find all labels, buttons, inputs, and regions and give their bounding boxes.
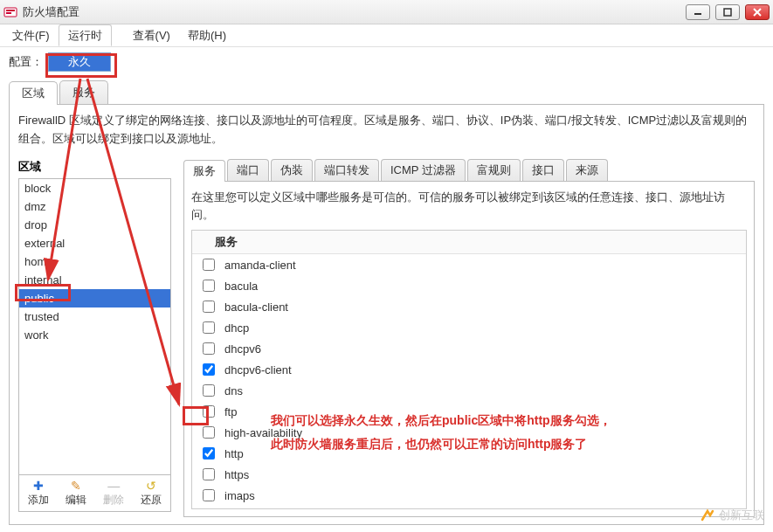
- service-row-dhcpv6-client[interactable]: dhcpv6-client: [192, 359, 746, 380]
- zone-item-drop[interactable]: drop: [19, 216, 170, 234]
- menubar: 文件(F) 运行时 查看(V) 帮助(H): [0, 24, 773, 47]
- svg-rect-1: [6, 10, 15, 11]
- service-description: 在这里您可以定义区域中哪些服务是可信的。可信的服务可以被绑定到该区域的任意连接、…: [191, 189, 747, 225]
- service-row-bacula-client[interactable]: bacula-client: [192, 296, 746, 317]
- zone-item-external[interactable]: external: [19, 234, 170, 252]
- annotation-text: 我们可以选择永久生效，然后在public区域中将http服务勾选， 此时防火墙服…: [271, 409, 611, 455]
- service-checkbox-dhcpv6-client[interactable]: [203, 363, 215, 376]
- service-row-bacula[interactable]: bacula: [192, 275, 746, 296]
- zone-toolbar: ✚添加 ✎编辑 —删除 ↺还原: [18, 475, 171, 512]
- svg-rect-2: [6, 12, 11, 14]
- subtab-7[interactable]: 来源: [566, 159, 608, 181]
- subtab-0[interactable]: 服务: [183, 160, 225, 182]
- service-label: dhcpv6: [224, 342, 261, 356]
- service-subpanel: 在这里您可以定义区域中哪些服务是可信的。可信的服务可以被绑定到该区域的任意连接、…: [183, 181, 755, 518]
- service-label: amanda-client: [224, 259, 296, 272]
- service-list[interactable]: 服务 amanda-clientbaculabacula-clientdhcpd…: [191, 230, 747, 509]
- minus-icon: —: [95, 479, 133, 493]
- top-tabstrip: 区域 服务: [9, 80, 764, 104]
- service-row-https[interactable]: https: [192, 464, 746, 485]
- subtab-3[interactable]: 端口转发: [314, 159, 379, 181]
- service-row-dhcpv6[interactable]: dhcpv6: [192, 338, 746, 359]
- service-checkbox-http[interactable]: [203, 447, 215, 459]
- zone-item-trusted[interactable]: trusted: [19, 307, 170, 326]
- service-checkbox-dns[interactable]: [203, 384, 215, 397]
- svg-rect-4: [724, 9, 731, 16]
- service-checkbox-dhcpv6[interactable]: [203, 342, 215, 355]
- zone-item-home[interactable]: home: [19, 252, 170, 271]
- tab-service[interactable]: 服务: [59, 80, 108, 104]
- service-checkbox-imaps[interactable]: [203, 489, 215, 501]
- service-label: dhcp: [224, 321, 249, 335]
- service-row-dhcp[interactable]: dhcp: [192, 317, 746, 338]
- minimize-button[interactable]: [686, 4, 710, 20]
- config-row: 配置： 永久: [0, 47, 773, 77]
- plus-icon: ✚: [19, 479, 57, 493]
- service-checkbox-bacula-client[interactable]: [203, 301, 215, 313]
- window-title: 防火墙配置: [23, 4, 686, 20]
- subtab-5[interactable]: 富规则: [467, 159, 521, 181]
- zone-list[interactable]: blockdmzdropexternalhomeinternalpublictr…: [18, 178, 171, 475]
- zone-edit-button[interactable]: ✎编辑: [57, 475, 94, 511]
- watermark: 创新互联: [700, 508, 764, 523]
- zone-add-button[interactable]: ✚添加: [19, 475, 57, 511]
- zone-delete-button[interactable]: —删除: [95, 475, 133, 511]
- config-value: 永久: [68, 54, 91, 70]
- zone-item-block[interactable]: block: [19, 179, 170, 197]
- sub-tabstrip: 服务端口伪装端口转发ICMP 过滤器富规则接口来源: [183, 159, 755, 181]
- service-label: imaps: [224, 489, 255, 502]
- maximize-button[interactable]: [715, 4, 740, 20]
- close-button[interactable]: [745, 4, 770, 20]
- zone-item-dmz[interactable]: dmz: [19, 197, 170, 216]
- service-label: dns: [224, 384, 243, 397]
- subtab-6[interactable]: 接口: [522, 159, 564, 181]
- service-checkbox-dhcp[interactable]: [203, 321, 215, 334]
- service-label: dhcpv6-client: [224, 363, 292, 377]
- watermark-icon: [700, 508, 715, 523]
- zone-panel: FirewallD 区域定义了绑定的网络连接、接口以及源地址的可信程度。区域是服…: [9, 104, 764, 525]
- zone-item-internal[interactable]: internal: [19, 271, 170, 289]
- zone-heading: 区域: [18, 159, 171, 175]
- service-row-ipp[interactable]: ipp: [192, 506, 746, 509]
- service-row-imaps[interactable]: imaps: [192, 485, 746, 506]
- menu-runtime[interactable]: 运行时: [59, 24, 112, 46]
- app-icon: [3, 5, 17, 19]
- service-checkbox-ftp[interactable]: [203, 405, 215, 418]
- subtab-4[interactable]: ICMP 过滤器: [381, 159, 466, 181]
- service-column-header: 服务: [192, 231, 746, 254]
- service-label: http: [224, 447, 244, 460]
- zone-item-public[interactable]: public: [19, 289, 170, 307]
- config-label: 配置：: [9, 54, 43, 70]
- pencil-icon: ✎: [57, 479, 94, 493]
- service-row-amanda-client[interactable]: amanda-client: [192, 254, 746, 275]
- service-checkbox-bacula[interactable]: [203, 280, 215, 292]
- service-checkbox-amanda-client[interactable]: [203, 259, 215, 271]
- zone-description: FirewallD 区域定义了绑定的网络连接、接口以及源地址的可信程度。区域是服…: [18, 112, 755, 149]
- service-label: ftp: [224, 405, 237, 418]
- subtab-2[interactable]: 伪装: [271, 159, 313, 181]
- menu-help[interactable]: 帮助(H): [179, 24, 235, 46]
- restore-icon: ↺: [133, 479, 170, 493]
- menu-view[interactable]: 查看(V): [124, 24, 179, 46]
- service-row-dns[interactable]: dns: [192, 380, 746, 401]
- subtab-1[interactable]: 端口: [227, 159, 269, 181]
- tab-zone[interactable]: 区域: [9, 81, 58, 105]
- service-label: bacula: [224, 280, 258, 293]
- config-combo[interactable]: 永久: [48, 52, 111, 72]
- service-checkbox-high-availability[interactable]: [203, 426, 215, 439]
- zone-item-work[interactable]: work: [19, 326, 170, 344]
- service-label: https: [224, 468, 249, 481]
- zone-restore-button[interactable]: ↺还原: [133, 475, 170, 511]
- menu-file[interactable]: 文件(F): [3, 24, 59, 46]
- service-checkbox-https[interactable]: [203, 468, 215, 480]
- service-label: bacula-client: [224, 301, 288, 314]
- titlebar: 防火墙配置: [0, 0, 773, 24]
